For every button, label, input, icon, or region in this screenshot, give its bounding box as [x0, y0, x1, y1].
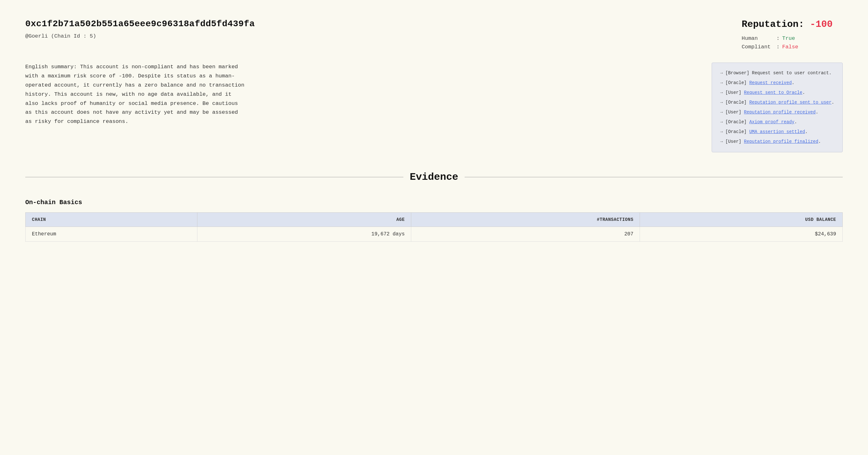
cell-chain: Ethereum — [26, 227, 197, 242]
compliant-row: Compliant : False — [742, 44, 843, 50]
reputation-title: Reputation: -100 — [742, 19, 843, 30]
evidence-title: Evidence — [410, 171, 458, 183]
flow-item-6: → [Oracle] Axiom proof ready. — [720, 119, 834, 125]
table-body: Ethereum 19,672 days 207 $24,639 — [26, 227, 843, 242]
flow-text-4: [Oracle] Reputation profile sent to user… — [725, 99, 834, 106]
address-block: 0xc1f2b71a502b551a65eee9c96318afdd5fd439… — [25, 19, 742, 39]
col-age: AGE — [197, 213, 411, 227]
chain-info: @Goerli (Chain Id : 5) — [25, 33, 742, 39]
flow-arrow-2: → — [720, 80, 723, 86]
col-chain: CHAIN — [26, 213, 197, 227]
cell-transactions: 207 — [411, 227, 640, 242]
human-row: Human : True — [742, 35, 843, 41]
col-transactions: #TRANSACTIONS — [411, 213, 640, 227]
flow-item-1: → [Browser] Request sent to user contrac… — [720, 70, 834, 77]
flow-item-2: → [Oracle] Request received. — [720, 80, 834, 86]
reputation-details: Human : True Compliant : False — [742, 35, 843, 50]
cell-age: 19,672 days — [197, 227, 411, 242]
summary-text: English summary: This account is non-com… — [25, 63, 246, 126]
reputation-label: Reputation: — [742, 19, 804, 30]
table-header: CHAIN AGE #TRANSACTIONS USD BALANCE — [26, 213, 843, 227]
flow-link-8[interactable]: Reputation profile finalized — [744, 139, 818, 144]
on-chain-basics-table: CHAIN AGE #TRANSACTIONS USD BALANCE Ethe… — [25, 212, 843, 242]
flow-text-8: [User] Reputation profile finalized. — [725, 139, 821, 145]
flow-text-2: [Oracle] Request received. — [725, 80, 795, 86]
flow-arrow-5: → — [720, 109, 723, 116]
flow-arrow-7: → — [720, 129, 723, 135]
flow-item-3: → [User] Request sent to Oracle. — [720, 89, 834, 96]
flow-arrow-1: → — [720, 70, 723, 77]
flow-arrow-3: → — [720, 89, 723, 96]
flow-text-6: [Oracle] Axiom proof ready. — [725, 119, 797, 125]
human-value: True — [782, 35, 795, 41]
flow-text-7: [Oracle] UMA assertion settled. — [725, 129, 808, 135]
compliant-colon: : — [776, 44, 780, 50]
evidence-divider: Evidence — [25, 171, 843, 183]
cell-usd-balance: $24,639 — [640, 227, 843, 242]
on-chain-basics-title: On-chain Basics — [25, 199, 843, 206]
wallet-address: 0xc1f2b71a502b551a65eee9c96318afdd5fd439… — [25, 19, 742, 29]
flow-link-3[interactable]: Request sent to Oracle — [744, 90, 802, 95]
flow-text-3: [User] Request sent to Oracle. — [725, 89, 805, 96]
flow-item-7: → [Oracle] UMA assertion settled. — [720, 129, 834, 135]
human-label: Human — [742, 35, 776, 41]
table-header-row: CHAIN AGE #TRANSACTIONS USD BALANCE — [26, 213, 843, 227]
flow-arrow-6: → — [720, 119, 723, 125]
compliant-value: False — [782, 44, 798, 50]
flow-arrow-4: → — [720, 99, 723, 106]
divider-line-right — [465, 177, 843, 177]
flow-box: → [Browser] Request sent to user contrac… — [712, 63, 843, 152]
flow-item-4: → [Oracle] Reputation profile sent to us… — [720, 99, 834, 106]
flow-link-5[interactable]: Reputation profile received — [744, 110, 815, 115]
divider-line-left — [25, 177, 403, 177]
flow-link-4[interactable]: Reputation profile sent to user — [749, 100, 831, 105]
flow-arrow-8: → — [720, 139, 723, 145]
human-colon: : — [776, 35, 780, 41]
compliant-label: Compliant — [742, 44, 776, 50]
flow-link-7[interactable]: UMA assertion settled — [749, 129, 805, 134]
flow-item-5: → [User] Reputation profile received. — [720, 109, 834, 116]
reputation-score: -100 — [810, 19, 833, 30]
flow-item-8: → [User] Reputation profile finalized. — [720, 139, 834, 145]
flow-text-5: [User] Reputation profile received. — [725, 109, 818, 116]
flow-text-1: [Browser] Request sent to user contract. — [725, 70, 832, 77]
col-usd-balance: USD BALANCE — [640, 213, 843, 227]
table-row: Ethereum 19,672 days 207 $24,639 — [26, 227, 843, 242]
flow-link-6[interactable]: Axiom proof ready — [749, 119, 795, 124]
content-section: English summary: This account is non-com… — [25, 63, 843, 152]
reputation-block: Reputation: -100 Human : True Compliant … — [742, 19, 843, 50]
flow-link-2[interactable]: Request received — [749, 80, 792, 85]
